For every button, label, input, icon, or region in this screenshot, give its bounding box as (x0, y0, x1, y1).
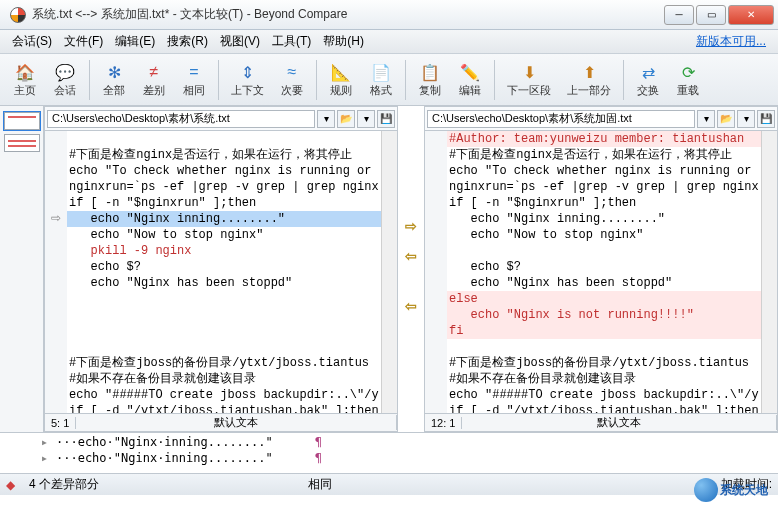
code-line[interactable]: echo "Nginx has been stoppd" (447, 275, 761, 291)
up-arrow-icon: ⬆ (578, 61, 600, 83)
code-line[interactable] (67, 291, 381, 307)
code-line[interactable] (67, 339, 381, 355)
code-line[interactable]: echo "To check whether nginx is running … (67, 163, 381, 179)
code-line[interactable]: if [ -d "/ytxt/jboss.tiantushan.bak" ];t… (447, 403, 761, 413)
open-folder-button[interactable]: 📂 (717, 110, 735, 128)
right-path-bar: ▾ 📂 ▾ 💾 (425, 107, 777, 131)
minimize-button[interactable]: ─ (664, 5, 694, 25)
code-line[interactable] (447, 339, 761, 355)
code-line[interactable] (447, 243, 761, 259)
next-diff-button[interactable]: ⬇下一区段 (500, 58, 558, 102)
code-line[interactable]: echo "Nginx inning........" (67, 211, 381, 227)
code-line[interactable]: echo "Nginx is not running!!!!" (447, 307, 761, 323)
window-title: 系统.txt <--> 系统加固.txt* - 文本比较(T) - Beyond… (32, 6, 664, 23)
copy-left-arrow-icon[interactable]: ⇦ (402, 248, 420, 264)
edit-icon: ✏️ (459, 61, 481, 83)
right-cursor-pos: 12: 1 (425, 417, 462, 429)
maximize-button[interactable]: ▭ (696, 5, 726, 25)
prev-part-button[interactable]: ⬆上一部分 (560, 58, 618, 102)
rules-button[interactable]: 📐规则 (322, 58, 360, 102)
code-line[interactable]: echo "Now to stop nginx" (67, 227, 381, 243)
show-diff-button[interactable]: ≠差别 (135, 58, 173, 102)
context-button[interactable]: ⇕上下文 (224, 58, 271, 102)
copy-button[interactable]: 📋复制 (411, 58, 449, 102)
toolbar-separator (316, 60, 317, 100)
menu-session[interactable]: 会话(S) (6, 31, 58, 52)
code-line[interactable]: if [ -n "$nginxrun" ];then (447, 195, 761, 211)
code-line[interactable]: echo "#####TO create jboss backupdir:..\… (447, 387, 761, 403)
code-line[interactable]: pkill -9 nginx (67, 243, 381, 259)
overview-thumb[interactable] (4, 112, 40, 130)
open-folder-button[interactable]: 📂 (337, 110, 355, 128)
code-line[interactable]: #如果不存在备份目录就创建该目录 (67, 371, 381, 387)
left-scrollbar[interactable] (381, 131, 397, 413)
code-line[interactable]: #Author: team:yunweizu member: tiantusha… (447, 131, 761, 147)
code-line[interactable]: #下面是检查nginx是否运行，如果在运行，将其停止 (67, 147, 381, 163)
code-line[interactable]: echo "Nginx inning........" (447, 211, 761, 227)
swap-icon: ⇄ (637, 61, 659, 83)
menu-help[interactable]: 帮助(H) (317, 31, 370, 52)
title-bar: 系统.txt <--> 系统加固.txt* - 文本比较(T) - Beyond… (0, 0, 778, 30)
code-line[interactable]: #下面是检查jboss的备份目录/ytxt/jboss.tiantus (67, 355, 381, 371)
code-line[interactable] (67, 323, 381, 339)
code-line[interactable]: else (447, 291, 761, 307)
swap-button[interactable]: ⇄交换 (629, 58, 667, 102)
close-button[interactable]: ✕ (728, 5, 774, 25)
copy-icon: 📋 (419, 61, 441, 83)
copy-left-arrow-icon[interactable]: ⇦ (402, 298, 420, 314)
code-line[interactable]: #如果不存在备份目录就创建该目录 (447, 371, 761, 387)
edit-button[interactable]: ✏️编辑 (451, 58, 489, 102)
code-line[interactable] (67, 131, 381, 147)
code-line[interactable]: nginxrun=`ps -ef |grep -v grep | grep ng… (67, 179, 381, 195)
menu-edit[interactable]: 编辑(E) (109, 31, 161, 52)
right-code[interactable]: #Author: team:yunweizu member: tiantusha… (447, 131, 761, 413)
save-button[interactable]: 💾 (757, 110, 775, 128)
right-status: 12: 1 默认文本 (425, 413, 777, 431)
code-line[interactable]: if [ -n "$nginxrun" ];then (67, 195, 381, 211)
right-scrollbar[interactable] (761, 131, 777, 413)
down-arrow-icon: ⬇ (518, 61, 540, 83)
format-button[interactable]: 📄格式 (362, 58, 400, 102)
all-icon: ✻ (103, 61, 125, 83)
menu-file[interactable]: 文件(F) (58, 31, 109, 52)
code-line[interactable]: echo "To check whether nginx is running … (447, 163, 761, 179)
reload-button[interactable]: ⟳重载 (669, 58, 707, 102)
save-button[interactable]: 💾 (377, 110, 395, 128)
sessions-button[interactable]: 💬会话 (46, 58, 84, 102)
code-line[interactable]: #下面是检查jboss的备份目录/ytxt/jboss.tiantus (447, 355, 761, 371)
show-same-button[interactable]: =相同 (175, 58, 213, 102)
toolbar-separator (494, 60, 495, 100)
show-all-button[interactable]: ✻全部 (95, 58, 133, 102)
code-line[interactable]: echo $? (67, 259, 381, 275)
menu-tools[interactable]: 工具(T) (266, 31, 317, 52)
code-line[interactable]: if [ -d "/ytxt/jboss.tiantushan.bak" ];t… (67, 403, 381, 413)
toolbar-separator (218, 60, 219, 100)
code-line[interactable]: echo "Now to stop nginx" (447, 227, 761, 243)
menu-view[interactable]: 视图(V) (214, 31, 266, 52)
left-path-input[interactable] (47, 110, 315, 128)
dropdown-button[interactable]: ▾ (697, 110, 715, 128)
code-line[interactable]: echo $? (447, 259, 761, 275)
reload-icon: ⟳ (677, 61, 699, 83)
dropdown-button[interactable]: ▾ (737, 110, 755, 128)
home-button[interactable]: 🏠主页 (6, 58, 44, 102)
merge-lines[interactable]: ···echo·"Nginx·inning........"¶ ···echo·… (0, 433, 778, 473)
overview-thumb[interactable] (4, 134, 40, 152)
code-line[interactable]: #下面是检查nginx是否运行，如果在运行，将其停止 (447, 147, 761, 163)
code-line[interactable]: fi (447, 323, 761, 339)
code-line[interactable] (67, 307, 381, 323)
minor-button[interactable]: ≈次要 (273, 58, 311, 102)
code-line[interactable]: echo "Nginx has been stoppd" (67, 275, 381, 291)
code-line[interactable]: echo "#####TO create jboss backupdir:..\… (67, 387, 381, 403)
update-available-link[interactable]: 新版本可用... (690, 31, 772, 52)
app-icon (10, 7, 26, 23)
dropdown-button[interactable]: ▾ (317, 110, 335, 128)
merge-arrow-gutter: ⇨ ⇦ ⇦ (400, 106, 422, 432)
left-code[interactable]: #下面是检查nginx是否运行，如果在运行，将其停止echo "To check… (67, 131, 381, 413)
copy-right-arrow-icon[interactable]: ⇨ (402, 218, 420, 234)
right-pane: ▾ 📂 ▾ 💾 #Author: team:yunweizu member: t… (424, 106, 778, 432)
dropdown-button[interactable]: ▾ (357, 110, 375, 128)
menu-search[interactable]: 搜索(R) (161, 31, 214, 52)
code-line[interactable]: nginxrun=`ps -ef |grep -v grep | grep ng… (447, 179, 761, 195)
right-path-input[interactable] (427, 110, 695, 128)
